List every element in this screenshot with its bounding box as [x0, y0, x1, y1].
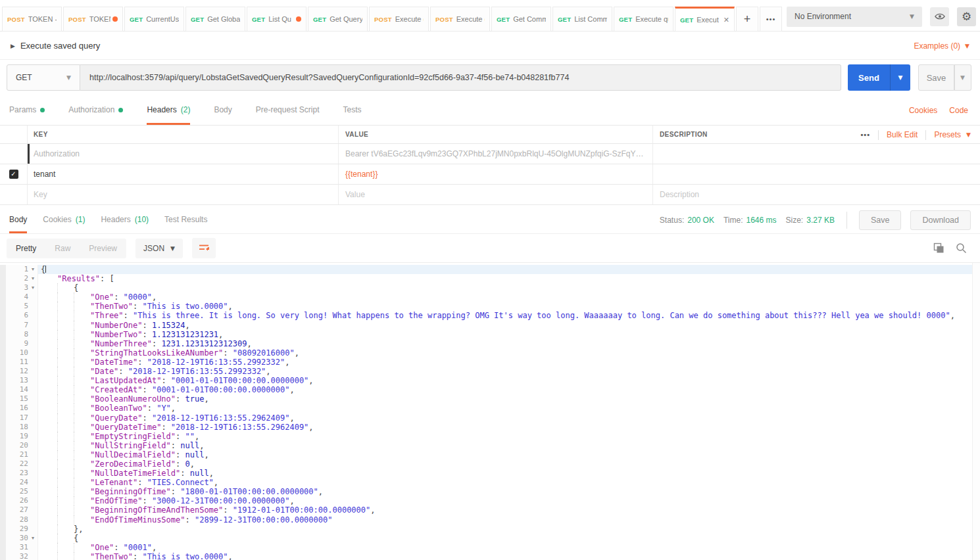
header-value-input[interactable]: Value	[339, 185, 653, 204]
request-tab[interactable]: GETGet Comm	[491, 7, 551, 32]
url-input[interactable]: http://localhost:3579/api/query/LobstaGe…	[80, 64, 841, 91]
method-select[interactable]: GET ▼	[7, 64, 80, 91]
line-number: 18	[0, 423, 28, 432]
tab-tests[interactable]: Tests	[343, 95, 361, 125]
code-line: 2▾"Results": [	[0, 274, 980, 283]
fold-arrow-icon[interactable]: ▾	[28, 265, 37, 274]
header-key-cell[interactable]: tenant	[28, 164, 339, 184]
close-tab-icon[interactable]: ✕	[723, 16, 729, 24]
save-request-button[interactable]: Save	[918, 64, 954, 91]
format-select[interactable]: JSON ▼	[135, 239, 183, 258]
line-number: 8	[0, 330, 28, 339]
header-value-cell[interactable]: {{tenant}}	[339, 164, 653, 184]
request-tab[interactable]: GETExecut✕	[675, 7, 735, 32]
request-tab[interactable]: GETCurrentUs	[124, 7, 184, 32]
request-tab[interactable]: GETGet Query	[308, 7, 368, 32]
settings-button[interactable]: ⚙	[957, 7, 976, 26]
tab-body[interactable]: Body	[214, 95, 232, 125]
json-key: "ZeroDecimalField"	[90, 459, 176, 469]
request-tab[interactable]: GETGet Global	[185, 7, 245, 32]
environment-quicklook-button[interactable]	[930, 7, 949, 26]
bulk-edit-link[interactable]: Bulk Edit	[887, 130, 918, 139]
collapse-arrow-icon[interactable]: ▶	[11, 43, 15, 49]
header-description-input[interactable]: Description	[653, 185, 980, 204]
key-column-header: KEY	[28, 126, 339, 143]
row-check-cell[interactable]: ✓	[0, 164, 28, 184]
tab-headers[interactable]: Headers(2)	[147, 95, 190, 125]
download-response-button[interactable]: Download	[910, 210, 971, 230]
json-punct: ,	[204, 450, 208, 459]
examples-dropdown[interactable]: Examples (0) ▼	[914, 41, 969, 51]
indent-guide	[57, 394, 74, 404]
json-punct: ,	[308, 376, 313, 385]
request-tab[interactable]: GETExecute qu	[614, 7, 674, 32]
code-line: 4"One": "0000",	[0, 292, 980, 302]
code-line: 3▾{	[0, 283, 980, 292]
request-tab[interactable]: POSTExecute c	[369, 7, 429, 32]
indent-guide	[41, 404, 57, 413]
code-line-content: "QueryDate": "2018-12-19T16:13:55.296240…	[38, 413, 980, 423]
tab-params[interactable]: Params	[9, 95, 45, 125]
send-button[interactable]: Send	[848, 64, 890, 91]
new-tab-button[interactable]: +	[736, 7, 758, 32]
response-tab-body[interactable]: Body	[9, 206, 27, 233]
json-keyword: null	[180, 441, 199, 450]
indent-guide	[74, 505, 90, 515]
search-icon[interactable]	[956, 243, 967, 254]
copy-icon[interactable]	[933, 243, 944, 254]
header-value-cell[interactable]: Bearer tV6aEGc23fLqv9m23GQ7XPhbL27jMN0px…	[339, 144, 653, 164]
line-number: 24	[0, 478, 28, 487]
json-punct: :	[176, 450, 185, 459]
fold-arrow-icon[interactable]: ▾	[28, 534, 37, 543]
header-key-input[interactable]: Key	[28, 185, 339, 204]
cookies-link[interactable]: Cookies	[909, 106, 937, 115]
save-response-button[interactable]: Save	[859, 210, 902, 230]
json-keyword: null	[185, 450, 205, 459]
indent-guide	[41, 330, 57, 339]
indent-guide	[41, 358, 57, 367]
response-tab-test-results[interactable]: Test Results	[164, 206, 207, 233]
wrap-text-button[interactable]	[192, 238, 216, 258]
header-description-cell[interactable]	[653, 164, 980, 184]
json-punct: {	[74, 283, 78, 292]
header-description-cell[interactable]	[653, 144, 980, 164]
json-number: 1.123131231231	[152, 330, 218, 339]
view-mode-preview[interactable]: Preview	[80, 239, 126, 258]
line-gutter: 1▾	[0, 265, 38, 274]
send-button-group: Send ▼	[848, 64, 910, 91]
request-tab[interactable]: POSTTOKEN - (	[2, 7, 62, 32]
response-tab-headers[interactable]: Headers(10)	[101, 206, 149, 233]
indent-guide	[57, 404, 74, 413]
code-line: 23"NullDateTimeField": null,	[0, 469, 980, 478]
environment-select[interactable]: No Environment ▼	[787, 7, 922, 27]
tab-options-button[interactable]: •••	[760, 7, 782, 32]
code-line: 6"Three": "This is three. It is long. So…	[0, 311, 980, 320]
editor-scrollbar[interactable]	[972, 263, 980, 560]
response-body-editor[interactable]: 1▾{2▾"Results": [3▾{4"One": "0000",5"The…	[0, 263, 980, 560]
code-link[interactable]: Code	[949, 106, 968, 115]
tab-label: Headers	[147, 105, 176, 114]
request-tab[interactable]: GETList Qu	[247, 7, 306, 32]
save-options-button[interactable]: ▼	[954, 64, 971, 91]
fold-arrow-icon[interactable]: ▾	[28, 283, 37, 292]
code-line-content: "NumberThree": 1231.1231312312309,	[38, 339, 980, 348]
request-tab[interactable]: GETList Comm	[552, 7, 612, 32]
more-options-icon[interactable]: •••	[860, 131, 870, 139]
line-number: 2	[0, 274, 28, 283]
response-tab-cookies[interactable]: Cookies(1)	[43, 206, 85, 233]
tab-authorization[interactable]: Authorization	[68, 95, 123, 125]
checkbox-checked-icon[interactable]: ✓	[9, 170, 18, 179]
indent-guide	[57, 311, 74, 320]
tab-pre-request-script[interactable]: Pre-request Script	[256, 95, 320, 125]
indent-guide	[74, 404, 90, 413]
fold-arrow-icon[interactable]: ▾	[28, 274, 37, 283]
line-gutter: 4	[0, 292, 38, 302]
view-mode-raw[interactable]: Raw	[45, 239, 80, 258]
request-tab[interactable]: POSTExecute c	[430, 7, 490, 32]
request-tab[interactable]: POSTTOKEN	[63, 7, 123, 32]
send-options-button[interactable]: ▼	[890, 64, 910, 91]
response-tab-items: BodyCookies(1)Headers(10)Test Results	[9, 206, 223, 233]
view-mode-pretty[interactable]: Pretty	[7, 239, 45, 258]
presets-dropdown[interactable]: Presets	[934, 130, 961, 139]
header-key-cell[interactable]: Authorization	[28, 144, 339, 164]
